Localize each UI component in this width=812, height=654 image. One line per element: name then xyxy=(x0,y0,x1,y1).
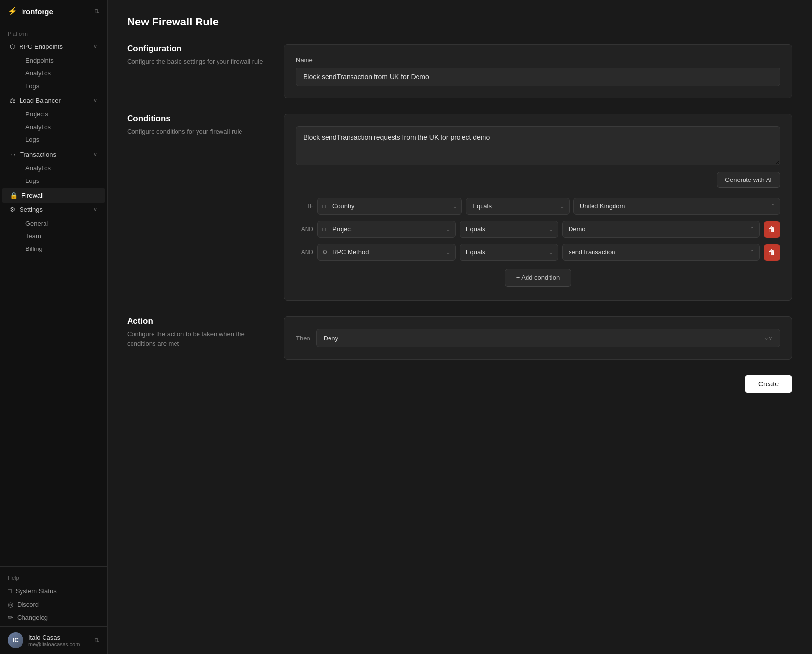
create-button[interactable]: Create xyxy=(745,375,792,393)
conditions-section: Conditions Configure conditions for your… xyxy=(127,114,792,301)
condition-row-3: AND ⚙ RPC Method Country Project IP Addr… xyxy=(296,244,780,261)
sidebar-header: ⚡ Ironforge ⇅ xyxy=(0,0,107,23)
sidebar-item-discord[interactable]: ◎ Discord xyxy=(0,598,107,611)
firewall-icon: 🔒 xyxy=(10,192,18,199)
page-title: New Firewall Rule xyxy=(127,16,792,28)
app-name: Ironforge xyxy=(21,7,53,16)
field-select-project-wrapper: □ Project Country RPC Method IP Address xyxy=(317,221,456,238)
action-desc: Configure the action to be taken when th… xyxy=(127,329,264,348)
system-status-icon: □ xyxy=(8,587,12,595)
field-select-rpc[interactable]: RPC Method Country Project IP Address xyxy=(317,244,456,261)
create-btn-row: Create xyxy=(127,375,792,393)
avatar: IC xyxy=(8,632,23,648)
lb-label: Load Balancer xyxy=(20,97,61,104)
value-select-project[interactable]: Demo Production Staging xyxy=(562,221,760,238)
sidebar-item-tx-analytics[interactable]: Analytics xyxy=(20,162,105,174)
operator-select-1[interactable]: Equals Not Equals Contains xyxy=(466,198,570,215)
conditions-textarea[interactable]: Block sendTransaction requests from the … xyxy=(296,126,780,165)
discord-label: Discord xyxy=(17,601,39,608)
sidebar-item-team[interactable]: Team xyxy=(20,230,105,242)
field-select-country-wrapper: □ Country Project RPC Method IP Address xyxy=(317,198,462,215)
sidebar-group-header-tx[interactable]: ↔ Transactions ∨ xyxy=(2,147,105,161)
conditions-title: Conditions xyxy=(127,114,264,124)
field-select-project[interactable]: Project Country RPC Method IP Address xyxy=(317,221,456,238)
value-select-country[interactable]: United Kingdom United States Germany Fra… xyxy=(573,198,780,215)
condition-row-1: IF □ Country Project RPC Method IP Addre… xyxy=(296,198,780,215)
sidebar-item-rpc-analytics[interactable]: Analytics xyxy=(20,67,105,79)
sidebar-item-system-status[interactable]: □ System Status xyxy=(0,585,107,598)
sidebar: ⚡ Ironforge ⇅ Platform ⬡ RPC Endpoints ∨… xyxy=(0,0,108,654)
condition-prefix-and-2: AND xyxy=(296,249,313,256)
user-expand-icon[interactable]: ⇅ xyxy=(94,637,99,644)
field-select-rpc-wrapper: ⚙ RPC Method Country Project IP Address xyxy=(317,244,456,261)
action-title: Action xyxy=(127,316,264,326)
value-select-rpc[interactable]: sendTransaction getBalance getBlock eth_… xyxy=(562,244,760,261)
condition-row-2: AND □ Project Country RPC Method IP Addr… xyxy=(296,221,780,238)
operator-select-3[interactable]: Equals Not Equals Contains xyxy=(460,244,558,261)
sidebar-item-rpc-logs[interactable]: Logs xyxy=(20,80,105,92)
platform-label: Platform xyxy=(0,23,107,40)
sidebar-item-general[interactable]: General xyxy=(20,217,105,229)
sidebar-group-header-settings[interactable]: ⚙ Settings ∨ xyxy=(2,203,105,217)
main-content: New Firewall Rule Configuration Configur… xyxy=(108,0,812,654)
sidebar-item-projects[interactable]: Projects xyxy=(20,108,105,120)
conditions-area: IF □ Country Project RPC Method IP Addre… xyxy=(296,198,780,287)
delete-condition-2-button[interactable]: 🗑 xyxy=(764,221,780,238)
tx-icon: ↔ xyxy=(10,151,16,158)
rule-name-input[interactable] xyxy=(296,68,780,86)
field-select-country[interactable]: Country Project RPC Method IP Address xyxy=(317,198,462,215)
discord-icon: ◎ xyxy=(8,601,13,608)
operator-select-1-wrapper: Equals Not Equals Contains xyxy=(466,198,570,215)
operator-select-2[interactable]: Equals Not Equals Contains xyxy=(460,221,558,238)
value-select-2-wrapper: Demo Production Staging xyxy=(562,221,760,238)
sidebar-item-tx-logs[interactable]: Logs xyxy=(20,175,105,187)
configuration-section: Configuration Configure the basic settin… xyxy=(127,44,792,98)
configuration-card: Name xyxy=(284,44,792,98)
sidebar-item-endpoints[interactable]: Endpoints xyxy=(20,54,105,67)
tx-chevron-icon: ∨ xyxy=(93,151,97,158)
sidebar-item-firewall[interactable]: 🔒 Firewall xyxy=(2,188,105,203)
changelog-label: Changelog xyxy=(17,614,48,621)
add-condition-button[interactable]: + Add condition xyxy=(505,269,571,287)
help-label: Help xyxy=(0,573,107,585)
settings-chevron-icon: ∨ xyxy=(93,206,97,213)
conditions-card: Block sendTransaction requests from the … xyxy=(284,114,792,301)
sidebar-group-load-balancer: ⚖ Load Balancer ∨ Projects Analytics Log… xyxy=(0,93,107,146)
name-label: Name xyxy=(296,56,780,64)
then-label: Then xyxy=(296,335,310,342)
sidebar-toggle-icon[interactable]: ⇅ xyxy=(94,8,99,15)
sidebar-item-lb-logs[interactable]: Logs xyxy=(20,134,105,146)
changelog-icon: ✏ xyxy=(8,614,13,621)
action-chevron-icon: ∨ xyxy=(768,335,773,341)
sidebar-item-lb-analytics[interactable]: Analytics xyxy=(20,121,105,133)
sidebar-group-header-rpc[interactable]: ⬡ RPC Endpoints ∨ xyxy=(2,40,105,54)
generate-with-ai-button[interactable]: Generate with AI xyxy=(717,172,780,188)
sidebar-group-header-lb[interactable]: ⚖ Load Balancer ∨ xyxy=(2,93,105,108)
action-row: Then Deny Allow Rate Limit Log ∨ xyxy=(296,329,780,347)
lb-chevron-icon: ∨ xyxy=(93,97,97,104)
sidebar-group-settings: ⚙ Settings ∨ General Team Billing xyxy=(0,203,107,255)
logo-icon: ⚡ xyxy=(8,7,17,16)
system-status-label: System Status xyxy=(16,587,57,595)
app-logo[interactable]: ⚡ Ironforge xyxy=(8,7,53,16)
firewall-label: Firewall xyxy=(22,192,44,199)
operator-select-2-wrapper: Equals Not Equals Contains xyxy=(460,221,558,238)
tx-label: Transactions xyxy=(20,151,56,158)
sidebar-item-changelog[interactable]: ✏ Changelog xyxy=(0,611,107,624)
action-section: Action Configure the action to be taken … xyxy=(127,316,792,360)
operator-select-3-wrapper: Equals Not Equals Contains xyxy=(460,244,558,261)
help-section: Help □ System Status ◎ Discord ✏ Changel… xyxy=(0,567,107,626)
conditions-desc: Configure conditions for your firewall r… xyxy=(127,127,264,136)
value-select-1-wrapper: United Kingdom United States Germany Fra… xyxy=(573,198,780,215)
condition-prefix-if: IF xyxy=(296,203,313,210)
user-email: me@italoacasas.com xyxy=(28,641,80,647)
settings-label: Settings xyxy=(20,206,43,213)
rpc-icon: ⬡ xyxy=(10,43,15,50)
configuration-desc: Configure the basic settings for your fi… xyxy=(127,57,264,67)
sidebar-group-rpc-endpoints: ⬡ RPC Endpoints ∨ Endpoints Analytics Lo… xyxy=(0,40,107,92)
delete-condition-3-button[interactable]: 🗑 xyxy=(764,244,780,261)
action-select[interactable]: Deny Allow Rate Limit Log xyxy=(324,335,768,342)
value-select-3-wrapper: sendTransaction getBalance getBlock eth_… xyxy=(562,244,760,261)
sidebar-item-billing[interactable]: Billing xyxy=(20,243,105,255)
user-section: IC Italo Casas me@italoacasas.com ⇅ xyxy=(0,626,107,654)
